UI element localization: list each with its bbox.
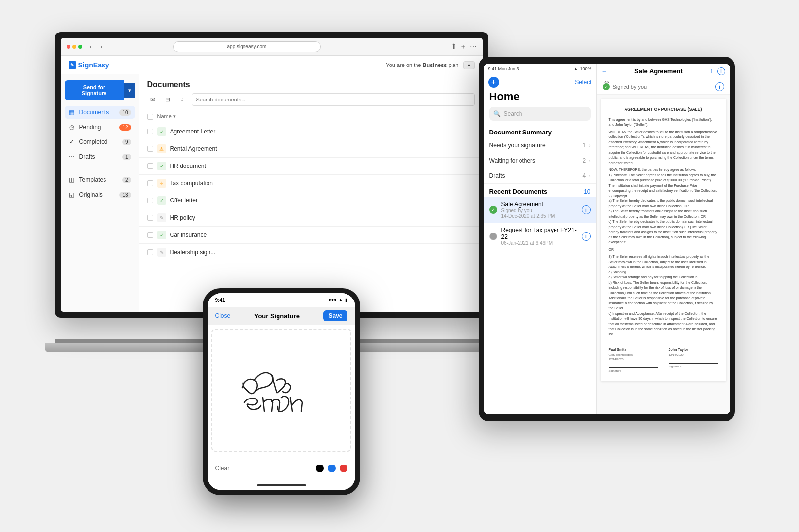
drafts-badge: 1 [122,154,131,160]
sort-toolbar-icon[interactable]: ↕ [177,94,188,105]
tax-request-check-icon [489,233,497,240]
back-button[interactable]: ‹ [86,42,95,51]
doc-name: HR policy [170,214,475,221]
originals-badge: 13 [119,192,131,198]
share-icon[interactable]: ⬆ [451,42,457,51]
table-row[interactable]: ⚠ Tax computation [139,175,483,192]
table-row[interactable]: ✎ Dealership sign... [139,244,483,261]
waiting-for-others-label: Waiting for others [489,157,583,164]
templates-icon: ◫ [69,176,75,183]
completed-badge: 9 [122,139,131,145]
table-row[interactable]: ✓ Car insurance [139,227,483,244]
document-summary-title: Document Summary [484,125,596,138]
nav-expand-icon[interactable]: ⇔ [604,79,609,86]
search-placeholder: Search [504,110,522,117]
logo-text: SignEasy [78,61,109,69]
waiting-for-others-item[interactable]: Waiting for others 2 › [484,153,596,168]
ipad-status-bar: 9:41 Mon Jun 3 ▲ 100% [484,64,596,74]
minimize-window-button[interactable] [72,45,76,49]
drafts-icon: ⋯ [69,153,75,160]
sidebar-item-templates[interactable]: ◫ Templates 2 [65,173,135,186]
needs-signature-item[interactable]: Needs your signature 1 › [484,138,596,153]
email-toolbar-icon[interactable]: ✉ [147,94,158,105]
send-for-signature-button[interactable]: Send for Signature ▾ [65,80,135,100]
add-document-button[interactable]: + [488,77,499,88]
wifi-icon: ▲ [574,66,578,71]
templates-badge: 2 [122,177,131,183]
doc-info-button[interactable]: i [717,67,725,75]
black-color-option[interactable] [316,465,324,472]
maximize-window-button[interactable] [78,45,82,49]
sig-col-right: John Taylor 12/14/2020 Signature [669,347,718,373]
sig-col-left: Paul Smith GHS Technologies 12/14/2020 S… [609,347,658,373]
sale-agreement-info: Sale Agreement Signed by you14-Dec-2020 … [501,201,578,219]
address-bar[interactable]: app.signeasy.com [173,41,321,52]
sidebar-item-pending[interactable]: ◷ Pending 12 [65,121,135,133]
ipad-home-panel: 9:41 Mon Jun 3 ▲ 100% + ⇔ Select Home [484,64,597,414]
close-window-button[interactable] [67,45,70,49]
sidebar-item-drafts[interactable]: ⋯ Drafts 1 [65,150,135,163]
save-signature-button[interactable]: Save [323,310,347,321]
sidebar-item-originals[interactable]: ◱ Originals 13 [65,188,135,201]
row-checkbox[interactable] [147,180,153,186]
select-button[interactable]: Select [575,79,591,86]
table-row[interactable]: ⚠ Rental Agreement [139,140,483,158]
sidebar-item-completed[interactable]: ✓ Completed 9 [65,135,135,148]
sig-name-1: Paul Smith [609,347,658,353]
logo-icon: ✎ [69,61,76,69]
sidebar-item-documents[interactable]: ▦ Documents 10 [65,106,135,119]
plan-dropdown[interactable]: ▾ [463,61,475,69]
filter-toolbar-icon[interactable]: ⊟ [162,94,173,105]
sidebar-originals-label: Originals [79,191,103,198]
clear-signature-button[interactable]: Clear [215,465,230,472]
ipad-search-bar[interactable]: 🔍 Search [489,107,591,121]
table-row[interactable]: ✓ Offer letter [139,192,483,209]
signature-modal-title: Your Signature [234,312,319,320]
wifi-icon: ▲ [339,298,343,302]
recent-docs-header: Recent Documents 10 [484,184,596,197]
document-search-input[interactable] [192,93,475,106]
documents-header: Documents ✉ ⊟ ↕ [139,74,483,110]
forward-button[interactable]: › [97,42,106,51]
agreement-body-5: 3) The Seller reserves all rights in suc… [609,254,718,337]
close-signature-button[interactable]: Close [215,312,231,319]
row-checkbox[interactable] [147,129,153,134]
table-row[interactable]: ✓ HR document [139,158,483,175]
row-checkbox[interactable] [147,215,153,221]
red-color-option[interactable] [340,465,347,472]
send-dropdown-icon[interactable]: ▾ [124,83,135,98]
row-checkbox[interactable] [147,146,153,152]
send-button-label[interactable]: Send for Signature [65,80,124,100]
tax-request-info-button[interactable]: i [582,232,591,241]
needs-signature-label: Needs your signature [489,142,583,149]
tax-request-list-item[interactable]: Request for Tax payer FY21-22 06-Jan-202… [484,223,596,250]
share-doc-button[interactable]: ↑ [710,67,713,75]
laptop-body: ‹ › app.signeasy.com ⬆ ＋ ⋯ [55,32,488,318]
table-row[interactable]: ✎ HR policy [139,209,483,227]
doc-status-icon: ⚠ [157,179,166,188]
row-checkbox[interactable] [147,232,153,238]
signed-info-button[interactable]: i [715,82,724,91]
row-checkbox[interactable] [147,249,153,255]
doc-status-icon: ✓ [157,196,166,205]
sale-agreement-list-item[interactable]: ✓ Sale Agreement Signed by you14-Dec-202… [484,197,596,223]
row-checkbox[interactable] [147,198,153,203]
sale-agreement-info-button[interactable]: i [582,205,591,214]
more-icon[interactable]: ⋯ [470,42,477,51]
signature-drawing-area[interactable] [211,329,351,452]
new-tab-icon[interactable]: ＋ [460,42,467,51]
row-checkbox[interactable] [147,163,153,169]
select-all-checkbox[interactable] [147,114,153,120]
drafts-summary-item[interactable]: Drafts 4 › [484,168,596,184]
browser-chrome: ‹ › app.signeasy.com ⬆ ＋ ⋯ [61,38,483,56]
agreement-body-2: WHEREAS, the Seller desires to sell to t… [609,130,718,166]
table-row[interactable]: ✓ Agreement Letter [139,123,483,140]
ipad-doc-content[interactable]: AGREEMENT OF PURCHASE (SALE) This agreem… [597,95,730,414]
tax-request-sub: 06-Jan-2021 at 6:46PM [501,240,578,246]
recent-docs-title: Recent Documents [489,188,548,195]
sidebar-pending-label: Pending [79,124,101,131]
drafts-label: Drafts [489,172,583,179]
blue-color-option[interactable] [328,465,336,472]
ipad-back-button[interactable]: ← [602,68,607,74]
sidebar-drafts-label: Drafts [79,153,95,160]
